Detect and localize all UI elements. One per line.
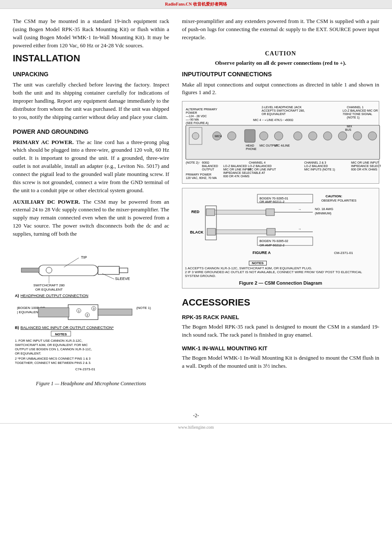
svg-text:BUS: BUS [345,128,352,131]
rpk35-title: RPK-35 RACK PANEL [182,314,379,320]
figure2-diagram: CAUTION: OBSERVE POLARITIES BOGEN 70-928… [182,188,379,288]
svg-text:BALANCED: BALANCED [202,164,218,167]
svg-text:LO-Z BALANCED: LO-Z BALANCED [223,164,247,167]
svg-text:IMPEDANCE SELECTABLE AT: IMPEDANCE SELECTABLE AT [223,171,265,174]
svg-point-59 [259,132,268,140]
left-column: The CSM may be mounted in a standard 19-… [13,17,178,391]
svg-text:(NOTE 2)↑: (NOTE 2)↑ [186,161,200,164]
svg-text:MIC 4 ←• LINE  47K/1←•600Ω: MIC 4 ←• LINE 47K/1←•600Ω [253,118,293,121]
svg-text:2-LEVEL HEADPHONE JACK: 2-LEVEL HEADPHONE JACK [262,106,302,109]
watermark-site: RadioFans.CN 收音机爱好者网络 [165,2,227,6]
svg-text:1: 1 [78,309,80,312]
svg-point-63 [294,132,302,140]
svg-text:→: → [298,227,301,231]
svg-text:600Ω: 600Ω [202,161,209,164]
svg-text:CHANNEL 1: CHANNEL 1 [347,106,363,109]
primary-ac-heading: PRIMARY AC POWER. [13,139,76,145]
svg-rect-4 [38,265,98,276]
wmk1-title: WMK-1 IN-WALL MOUNTING KIT [182,345,379,352]
svg-text:2 *FOR UNBALANCED MICS CONNECT: 2 *FOR UNBALANCED MICS CONNECT PINS 1 & … [15,357,90,361]
svg-text:CHANNEL 2 & 3: CHANNEL 2 & 3 [304,161,326,164]
svg-text:OR EQUIVALENT: OR EQUIVALENT [262,112,286,116]
svg-text:PRIMARY POWER: PRIMARY POWER [186,173,211,176]
svg-line-1 [64,258,79,267]
svg-text:SWITCHCRAFT 280: SWITCHCRAFT 280 [33,283,65,287]
svg-rect-104 [207,228,216,235]
svg-text:| EQUIVALENT: | EQUIVALENT [17,310,40,314]
svg-text:SWITCHCRAFT A3M, OR EQUIVALENT: SWITCHCRAFT A3M, OR EQUIVALENT. FOR MIC [15,343,88,347]
svg-text:CAUTION:: CAUTION: [326,194,342,198]
svg-text:MIC 4/LINE: MIC 4/LINE [274,144,290,147]
figure2-caption: Figure 2 — CSM Connection Diagram [185,280,376,286]
svg-text:ALTERNATE PRIMARY: ALTERNATE PRIMARY [186,108,217,111]
svg-rect-56 [245,130,255,142]
unpacking-text: The unit was carefully checked before le… [13,81,169,121]
svg-rect-97 [215,210,266,214]
figure2-notes: NOTES 1 ACCEPTS CANNON XLR-3-12C, SWITCH… [185,261,376,278]
svg-text:OUTPUT: OUTPUT [202,168,215,171]
note2-text: 2 IF 3 WIRE GROUNDED AC OUTLET IS NOT AV… [185,270,376,278]
svg-text:BALANCED MIC INPUT OR OUTPUT C: BALANCED MIC INPUT OR OUTPUT CONNECTION* [20,326,114,330]
svg-text:600 OR 47K OHMS: 600 OR 47K OHMS [351,168,378,171]
svg-text:TOGETHER; CONNECT MIC BETWEEN : TOGETHER; CONNECT MIC BETWEEN PINS 2 & 3… [15,361,91,365]
svg-text:OUTPUT USE BOGEN CON 1, CANNON: OUTPUT USE BOGEN CON 1, CANNON XLR-3-11C… [15,347,92,351]
svg-text:MIC4: MIC4 [215,135,222,138]
auxiliary-dc-heading: AUXILIARY DC POWER. [13,199,83,205]
svg-text:OR EQUIVALENT.: OR EQUIVALENT. [15,352,41,355]
accessories-section: ACCESSORIES RPK-35 RACK PANEL The Bogen … [182,297,379,370]
svg-rect-96 [206,209,215,216]
svg-point-66 [338,132,347,140]
svg-text:(NOTE 1): (NOTE 1) [136,306,151,310]
auxiliary-dc-text: AUXILIARY DC POWER. The CSM may be power… [13,198,169,238]
svg-text:A): A) [15,294,19,298]
figure1-caption: Figure 1 — Headphone and Microphone Conn… [13,381,169,387]
watermark-bottom: www.hifiengine.com [0,423,392,431]
svg-text:SLEEVE: SLEEVE [115,277,130,281]
svg-text:MIX: MIX [347,125,352,128]
svg-text:MIC OR LINE INPUT: MIC OR LINE INPUT [223,168,251,171]
svg-point-65 [323,132,332,140]
page-number: -2- [0,412,392,423]
svg-rect-105 [216,230,267,234]
right-column: mixer-preamplifier and any extenders pow… [178,17,379,391]
svg-text:(SEE FIGURE A): (SEE FIGURE A) [186,121,208,125]
svg-point-68 [368,132,377,140]
svg-text:CM-2371-01: CM-2371-01 [334,251,353,255]
csm-mounting-text: The CSM may be mounted in a standard 19-… [13,17,169,49]
watermark-top: RadioFans.CN 收音机爱好者网络 [0,0,392,9]
svg-text:OR AMP 60212-2: OR AMP 60212-2 [259,243,285,247]
svg-text:MIC INPUTS (NOTE 1): MIC INPUTS (NOTE 1) [304,168,335,171]
svg-text:HEAD: HEAD [246,144,254,147]
svg-text:B): B) [15,326,19,330]
figure2-svg: CAUTION: OBSERVE POLARITIES BOGEN 70-928… [189,191,372,259]
svg-point-67 [353,132,362,140]
svg-text:NOTES: NOTES [55,332,67,336]
caution-title: CAUTION [182,50,379,57]
svg-text:ACCEPTS SWITCHCRAFT 280,: ACCEPTS SWITCHCRAFT 280, [262,109,305,112]
svg-text:120 VAC, 60HZ, 70 MA: 120 VAC, 60HZ, 70 MA [186,176,217,179]
svg-text:MIC OR LINE INPUT: MIC OR LINE INPUT [248,168,276,171]
svg-text:BOGEN 70-9285-02: BOGEN 70-9285-02 [259,239,288,243]
svg-rect-8 [21,268,39,272]
svg-point-7 [46,267,52,273]
svg-text:—↑90 MA: —↑90 MA [186,118,199,121]
wmk1-text: The Bogen Model WMK-1 In-Wall Mounting K… [182,354,379,370]
svg-text:RED: RED [191,210,200,214]
primary-ac-body: The ac line cord has a three-prong plug … [13,139,169,193]
caution-box: CAUTION Observe polarity on all dc power… [182,50,379,66]
svg-text:NO. 18 AWG: NO. 18 AWG [315,207,333,211]
svg-point-64 [308,132,317,140]
svg-text:(MINIMUM): (MINIMUM) [315,211,331,215]
primary-ac-text: PRIMARY AC POWER. The ac line cord has a… [13,138,169,195]
page: RadioFans.CN 收音机爱好者网络 The CSM may be mou… [0,0,392,548]
svg-text:OR AMP 60211-2: OR AMP 60211-2 [259,200,285,204]
svg-text:600 OR 47K OHMS: 600 OR 47K OHMS [223,175,250,178]
installation-title: INSTALLATION [13,53,169,64]
unpacking-title: UNPACKING [13,71,169,78]
svg-text:3: 3 [93,307,95,310]
figure1-container: TIP SLEEVE SWITCHCRAFT 280 OR EQUIVALENT [13,242,169,387]
accessories-title: ACCESSORIES [182,297,379,308]
svg-text:BLACK: BLACK [190,230,204,234]
csm-panel-svg: ALTERNATE PRIMARY POWER —124 - 28 VDC —↑… [185,104,381,181]
svg-text:HEADPHONE OUTPUT CONNECTION: HEADPHONE OUTPUT CONNECTION [20,294,88,298]
